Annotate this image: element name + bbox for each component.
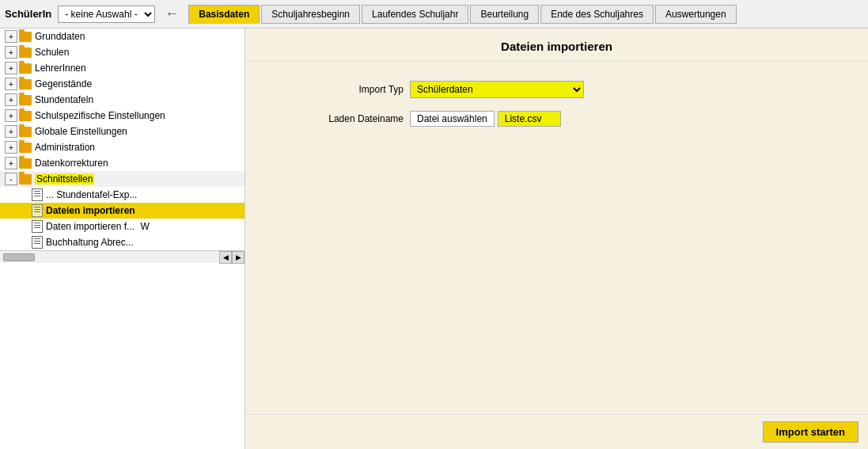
form-row-import-typ: Import Typ Schülerdaten	[277, 81, 836, 98]
file-input-group: Datei auswählen Liste.csv	[410, 111, 561, 127]
sidebar-item-schulspezifische[interactable]: + Schulspezifische Einstellungen	[0, 108, 244, 124]
form-row-laden-dateiname: Laden Dateiname Datei auswählen Liste.cs…	[277, 111, 836, 127]
toggle-stundentafeln[interactable]: +	[5, 93, 17, 106]
sidebar-item-dateien-importieren[interactable]: Dateien importieren	[0, 203, 244, 219]
folder-icon-grunddaten	[19, 32, 32, 42]
folder-icon-gegenstaende	[19, 79, 32, 89]
tab-auswertungen[interactable]: Auswertungen	[655, 5, 737, 24]
folder-icon-stundentafeln	[19, 95, 32, 105]
top-bar: SchülerIn - keine Auswahl - ← Basisdaten…	[0, 0, 868, 29]
tab-ende-des-schuljahres[interactable]: Ende des Schuljahres	[540, 5, 654, 24]
content-area: Dateien importieren Import Typ Schülerda…	[245, 29, 868, 449]
toggle-schnittstellen[interactable]: -	[5, 173, 17, 185]
sidebar-item-label-stundentafel-exp: ... Stundentafel-Exp...	[46, 189, 137, 200]
sidebar-item-buchhaltung[interactable]: Buchhaltung Abrec...	[0, 234, 244, 250]
sidebar-item-label-datenkorrekturen: Datenkorrekturen	[35, 158, 108, 169]
import-starten-button[interactable]: Import starten	[763, 421, 859, 443]
tab-schuljahresbeginn[interactable]: Schuljahresbeginn	[261, 5, 360, 24]
sidebar-item-label-schulen: Schulen	[35, 47, 69, 58]
sidebar-item-label-stundentafeln: Stundentafeln	[35, 94, 93, 105]
folder-icon-administration	[19, 143, 32, 153]
toggle-administration[interactable]: +	[5, 141, 17, 154]
toggle-schulspezifische[interactable]: +	[5, 109, 17, 122]
sidebar-item-label-administration: Administration	[35, 142, 95, 153]
doc-icon-daten	[32, 220, 43, 233]
schueler-select[interactable]: - keine Auswahl -	[58, 6, 155, 23]
sidebar-item-schnittstellen[interactable]: - Schnittstellen	[0, 171, 244, 187]
sidebar[interactable]: + Grunddaten + Schulen + LehrerInnen + G…	[0, 29, 245, 449]
sidebar-item-label-globale: Globale Einstellungen	[35, 126, 127, 137]
content-title: Dateien importieren	[245, 29, 868, 62]
hscroll-left[interactable]: ◀	[219, 251, 232, 264]
sidebar-item-stundentafel-exp[interactable]: ... Stundentafel-Exp...	[0, 187, 244, 203]
sidebar-item-label-dateien-importieren: Dateien importieren	[46, 205, 135, 216]
tab-beurteilung[interactable]: Beurteilung	[470, 5, 539, 24]
hscroll-right[interactable]: ▶	[232, 251, 244, 264]
toggle-globale[interactable]: +	[5, 125, 17, 138]
folder-icon-globale	[19, 127, 32, 137]
sidebar-item-schulen[interactable]: + Schulen	[0, 44, 244, 60]
tab-laufendes-schuljahr[interactable]: Laufendes Schuljahr	[362, 5, 468, 24]
sidebar-item-label-schnittstellen: Schnittstellen	[35, 173, 94, 185]
import-typ-label: Import Typ	[277, 84, 404, 95]
sidebar-item-daten-importieren[interactable]: Daten importieren f... W	[0, 219, 244, 234]
sidebar-item-label-schulspezifische: Schulspezifische Einstellungen	[35, 110, 165, 121]
sidebar-item-grunddaten[interactable]: + Grunddaten	[0, 29, 244, 44]
folder-icon-datenkorrekturen	[19, 158, 32, 169]
toggle-gegenstaende[interactable]: +	[5, 78, 17, 90]
sidebar-item-label-gegenstaende: Gegenstände	[35, 78, 92, 89]
sidebar-item-gegenstaende[interactable]: + Gegenstände	[0, 76, 244, 92]
toggle-datenkorrekturen[interactable]: +	[5, 157, 17, 169]
tab-bar: Basisdaten Schuljahresbeginn Laufendes S…	[188, 5, 863, 24]
sidebar-item-label-buchhaltung: Buchhaltung Abrec...	[46, 237, 134, 248]
import-typ-select[interactable]: Schülerdaten	[410, 81, 584, 98]
datei-auswaehlen-button[interactable]: Datei auswählen	[410, 111, 495, 127]
main-layout: + Grunddaten + Schulen + LehrerInnen + G…	[0, 29, 868, 449]
content-form: Import Typ Schülerdaten Laden Dateiname …	[245, 62, 868, 414]
toggle-schulen[interactable]: +	[5, 46, 17, 59]
file-name-display: Liste.csv	[498, 111, 561, 127]
toggle-lehrerinnen[interactable]: +	[5, 62, 17, 74]
laden-dateiname-label: Laden Dateiname	[277, 113, 404, 124]
content-footer: Import starten	[245, 414, 868, 449]
folder-icon-schulspezifische	[19, 111, 32, 121]
schueler-label: SchülerIn	[5, 8, 51, 20]
sidebar-item-label-daten-importieren: Daten importieren f...	[46, 221, 135, 232]
back-arrow-icon[interactable]: ←	[165, 6, 179, 22]
sidebar-item-globale[interactable]: + Globale Einstellungen	[0, 124, 244, 139]
folder-icon-schulen	[19, 48, 32, 58]
sidebar-item-lehrerinnen[interactable]: + LehrerInnen	[0, 60, 244, 76]
folder-icon-schnittstellen	[19, 174, 32, 185]
sidebar-item-label-lehrerinnen: LehrerInnen	[35, 63, 86, 74]
doc-icon-stundentafel	[32, 188, 43, 201]
doc-icon-dateien	[32, 204, 43, 217]
sidebar-item-administration[interactable]: + Administration	[0, 139, 244, 155]
folder-icon-lehrerinnen	[19, 63, 32, 74]
sidebar-tree: + Grunddaten + Schulen + LehrerInnen + G…	[0, 29, 244, 250]
sidebar-item-label-grunddaten: Grunddaten	[35, 31, 85, 42]
toggle-grunddaten[interactable]: +	[5, 30, 17, 43]
sidebar-item-stundentafeln[interactable]: + Stundentafeln	[0, 92, 244, 108]
doc-icon-buchhaltung	[32, 236, 43, 249]
sidebar-item-datenkorrekturen[interactable]: + Datenkorrekturen	[0, 155, 244, 171]
sidebar-hscroll: ◀ ▶	[0, 250, 244, 263]
sidebar-item-suffix-w: W	[138, 221, 150, 232]
tab-basisdaten[interactable]: Basisdaten	[188, 5, 260, 24]
